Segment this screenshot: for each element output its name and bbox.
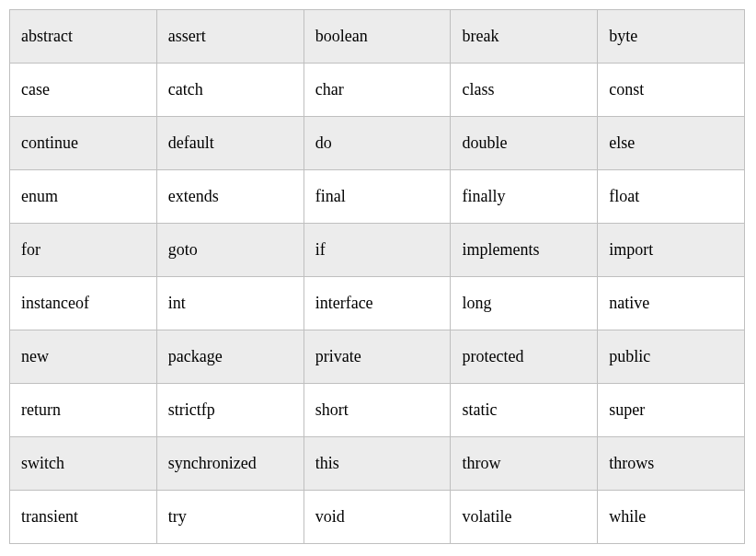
table-cell: return xyxy=(10,384,157,437)
table-cell: interface xyxy=(304,277,451,330)
table-cell: switch xyxy=(10,437,157,491)
table-cell: short xyxy=(304,384,451,437)
table-cell: default xyxy=(156,117,304,170)
table-cell: strictfp xyxy=(156,384,304,437)
table-cell: enum xyxy=(10,170,157,224)
table-cell: throw xyxy=(451,437,598,491)
table-cell: protected xyxy=(451,330,598,384)
table-cell: boolean xyxy=(304,10,451,64)
table-cell: static xyxy=(451,384,598,437)
table-cell: this xyxy=(304,437,451,491)
table-cell: transient xyxy=(10,491,157,544)
table-row: abstract assert boolean break byte xyxy=(10,10,745,64)
table-cell: break xyxy=(451,10,598,64)
table-cell: for xyxy=(10,224,157,277)
table-cell: new xyxy=(10,330,157,384)
table-cell: long xyxy=(451,277,598,330)
table-cell: super xyxy=(598,384,745,437)
table-cell: package xyxy=(156,330,304,384)
table-cell: implements xyxy=(451,224,598,277)
table-cell: try xyxy=(156,491,304,544)
table-cell: final xyxy=(304,170,451,224)
table-cell: do xyxy=(304,117,451,170)
table-cell: synchronized xyxy=(156,437,304,491)
table-row: new package private protected public xyxy=(10,330,745,384)
table-cell: class xyxy=(451,64,598,117)
table-row: enum extends final finally float xyxy=(10,170,745,224)
table-cell: float xyxy=(598,170,745,224)
table-cell: abstract xyxy=(10,10,157,64)
table-row: continue default do double else xyxy=(10,117,745,170)
table-cell: goto xyxy=(156,224,304,277)
table-cell: public xyxy=(598,330,745,384)
table-cell: else xyxy=(598,117,745,170)
table-cell: extends xyxy=(156,170,304,224)
table-row: instanceof int interface long native xyxy=(10,277,745,330)
table-cell: catch xyxy=(156,64,304,117)
table-row: case catch char class const xyxy=(10,64,745,117)
table-cell: instanceof xyxy=(10,277,157,330)
table-cell: finally xyxy=(451,170,598,224)
table-cell: continue xyxy=(10,117,157,170)
table-cell: int xyxy=(156,277,304,330)
table-row: return strictfp short static super xyxy=(10,384,745,437)
table-cell: void xyxy=(304,491,451,544)
table-cell: import xyxy=(598,224,745,277)
table-cell: private xyxy=(304,330,451,384)
table-cell: if xyxy=(304,224,451,277)
table-cell: volatile xyxy=(451,491,598,544)
table-row: transient try void volatile while xyxy=(10,491,745,544)
table-cell: while xyxy=(598,491,745,544)
table-cell: double xyxy=(451,117,598,170)
table-cell: native xyxy=(598,277,745,330)
table-row: switch synchronized this throw throws xyxy=(10,437,745,491)
table-cell: char xyxy=(304,64,451,117)
table-row: for goto if implements import xyxy=(10,224,745,277)
table-cell: byte xyxy=(598,10,745,64)
table-cell: const xyxy=(598,64,745,117)
keywords-table: abstract assert boolean break byte case … xyxy=(9,9,745,544)
table-cell: case xyxy=(10,64,157,117)
table-cell: throws xyxy=(598,437,745,491)
table-cell: assert xyxy=(156,10,304,64)
